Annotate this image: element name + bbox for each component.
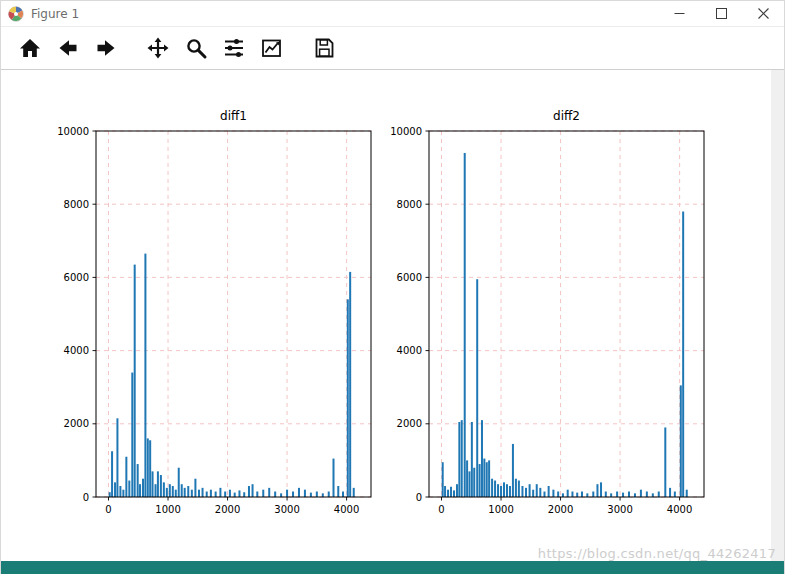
toolbar-separator: [291, 33, 305, 63]
svg-text:0: 0: [416, 492, 422, 503]
chart-diff2[interactable]: 010002000300040000200040006000800010000d…: [374, 95, 714, 520]
bottom-accent-bar: [1, 561, 784, 574]
svg-text:0: 0: [105, 504, 111, 515]
navigation-toolbar: [1, 27, 784, 70]
tick-labels: 010002000300040000200040006000800010000: [57, 126, 359, 516]
axes-frame: [429, 131, 704, 497]
svg-text:0: 0: [438, 504, 444, 515]
svg-text:8000: 8000: [397, 199, 422, 210]
window-controls: [658, 1, 784, 26]
svg-text:6000: 6000: [64, 272, 89, 283]
svg-text:4000: 4000: [334, 504, 359, 515]
close-icon: [758, 8, 769, 19]
titlebar: Figure 1: [1, 1, 784, 27]
svg-text:6000: 6000: [397, 272, 422, 283]
figure-canvas-area: 010002000300040000200040006000800010000d…: [1, 70, 784, 561]
forward-arrow-icon: [94, 36, 118, 60]
svg-text:8000: 8000: [64, 199, 89, 210]
svg-text:3000: 3000: [607, 504, 632, 515]
pan-button[interactable]: [139, 30, 177, 66]
maximize-icon: [716, 8, 727, 19]
edit-axes-button[interactable]: [253, 30, 291, 66]
minimize-icon: [674, 8, 685, 19]
chart-title: diff1: [220, 109, 247, 123]
svg-text:1000: 1000: [488, 504, 513, 515]
gridlines: [96, 131, 371, 497]
figure-area: 010002000300040000200040006000800010000d…: [1, 70, 784, 561]
svg-text:2000: 2000: [215, 504, 240, 515]
svg-text:0: 0: [83, 492, 89, 503]
bars: [109, 254, 355, 497]
chart-diff1[interactable]: 010002000300040000200040006000800010000d…: [41, 95, 381, 520]
svg-text:4000: 4000: [64, 345, 89, 356]
matplotlib-icon: [8, 6, 24, 22]
watermark: https://blog.csdn.net/qq_44262417: [538, 546, 776, 561]
svg-text:2000: 2000: [397, 418, 422, 429]
svg-text:2000: 2000: [548, 504, 573, 515]
svg-text:10000: 10000: [57, 126, 89, 137]
save-floppy-icon: [312, 36, 336, 60]
svg-text:3000: 3000: [274, 504, 299, 515]
svg-text:4000: 4000: [667, 504, 692, 515]
tick-labels: 010002000300040000200040006000800010000: [390, 126, 692, 516]
chart-line-icon: [260, 36, 284, 60]
home-button[interactable]: [11, 30, 49, 66]
gridlines: [429, 131, 704, 497]
figure-window: Figure 1: [0, 0, 785, 574]
sliders-icon: [222, 36, 246, 60]
window-right-gutter: [771, 70, 784, 561]
back-arrow-icon: [56, 36, 80, 60]
svg-text:1000: 1000: [155, 504, 180, 515]
close-button[interactable]: [742, 1, 784, 26]
forward-button[interactable]: [87, 30, 125, 66]
chart-title: diff2: [553, 109, 580, 123]
configure-subplots-button[interactable]: [215, 30, 253, 66]
axes-frame: [96, 131, 371, 497]
maximize-button[interactable]: [700, 1, 742, 26]
zoom-magnifier-icon: [184, 36, 208, 60]
zoom-button[interactable]: [177, 30, 215, 66]
pan-move-icon: [146, 36, 170, 60]
toolbar-separator: [125, 33, 139, 63]
minimize-button[interactable]: [658, 1, 700, 26]
svg-text:10000: 10000: [390, 126, 422, 137]
back-button[interactable]: [49, 30, 87, 66]
svg-text:2000: 2000: [64, 418, 89, 429]
save-button[interactable]: [305, 30, 343, 66]
home-icon: [18, 36, 42, 60]
svg-text:4000: 4000: [397, 345, 422, 356]
window-title: Figure 1: [31, 7, 79, 21]
